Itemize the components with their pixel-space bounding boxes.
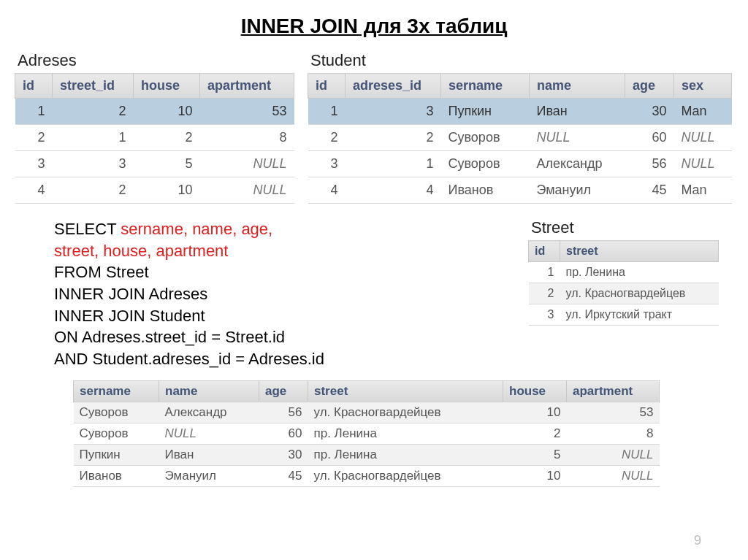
table-cell: 3 [529,304,560,326]
table-cell: Суворов [441,151,530,177]
table-cell: Эмануил [530,177,625,204]
result-table: sername name age street house apartment … [73,380,660,487]
table-cell: 53 [567,402,660,423]
table-cell: 10 [503,465,567,486]
street-block: Street id street 1пр. Ленина2ул. Красног… [528,218,719,326]
table-cell: 56 [259,402,308,423]
page-number: 9 [694,533,701,548]
th: age [625,74,674,99]
result-tbody: СуворовАлександр56ул. Красногвардейцев10… [74,402,660,486]
table-cell: 8 [567,423,660,444]
adreses-label: Adreses [15,51,294,70]
table-cell: 10 [134,99,200,125]
table-cell: 30 [625,99,674,125]
th: sername [441,74,530,99]
top-tables-row: Adreses id street_id house apartment 121… [15,51,733,204]
table-cell: Пупкин [441,99,530,125]
table-cell: NULL [674,125,732,151]
sql-line: ON Adreses.street_id = Street.id [54,326,324,348]
table-cell: Александр [530,151,625,177]
adreses-table: id street_id house apartment 12105321283… [15,73,294,204]
table-cell: NULL [530,125,625,151]
table-cell: Man [674,177,732,204]
street-tbody: 1пр. Ленина2ул. Красногвардейцев3ул. Ирк… [529,262,719,326]
table-cell: 60 [259,423,308,444]
table-cell: пр. Ленина [308,444,503,465]
table-cell: 1 [15,99,53,125]
table-row: 44ИвановЭмануил45Man [308,177,732,204]
table-cell: 2 [529,283,560,304]
th: sername [74,380,159,402]
sql-line: AND Student.adreses_id = Adreses.id [54,348,324,370]
sql-line: FROM Street [54,261,324,283]
table-row: 1пр. Ленина [529,262,719,283]
sql-cols: sername, name, age, [121,220,272,238]
table-cell: 45 [625,177,674,204]
table-cell: 2 [308,125,346,151]
table-cell: 4 [346,177,441,204]
table-cell: Александр [159,402,259,423]
table-cell: Суворов [74,423,159,444]
th: id [308,74,346,99]
table-cell: ул. Красногвардейцев [308,465,503,486]
table-cell: 1 [529,262,560,283]
th: street [560,241,719,262]
sql-line: INNER JOIN Adreses [54,283,324,305]
adreses-tbody: 1210532128335NULL4210NULL [15,99,294,204]
table-cell: 1 [346,151,441,177]
table-cell: 3 [346,99,441,125]
table-row: ПупкинИван30пр. Ленина5NULL [74,444,660,465]
th: apartment [567,380,660,402]
th: id [529,241,560,262]
table-cell: ул. Иркутский тракт [560,304,719,326]
table-cell: 2 [346,125,441,151]
page-title: INNER JOIN для 3х таблиц [15,15,733,38]
table-cell: 1 [53,125,134,151]
sql-line: street, house, apartment [54,240,324,262]
table-cell: 2 [503,423,567,444]
table-cell: 2 [134,125,200,151]
mid-row: SELECT sername, name, age, street, house… [15,218,733,370]
th: age [259,380,308,402]
table-row: 4210NULL [15,177,294,204]
th: house [503,380,567,402]
table-cell: NULL [674,151,732,177]
table-row: ИвановЭмануил45ул. Красногвардейцев10NUL… [74,465,660,486]
th: id [15,74,53,99]
table-cell: 10 [134,177,200,204]
th: street_id [53,74,134,99]
table-row: 3ул. Иркутский тракт [529,304,719,326]
table-cell: 5 [134,151,200,177]
table-row: 121053 [15,99,294,125]
table-cell: 2 [15,125,53,151]
street-label: Street [528,218,719,237]
th: name [530,74,625,99]
table-row: СуворовNULL60пр. Ленина28 [74,423,660,444]
table-row: СуворовАлександр56ул. Красногвардейцев10… [74,402,660,423]
table-cell: 60 [625,125,674,151]
th: apartment [200,74,294,99]
th: adreses_id [346,74,441,99]
table-cell: Суворов [74,402,159,423]
table-cell: Эмануил [159,465,259,486]
sql-line: INNER JOIN Student [54,305,324,327]
table-cell: 53 [200,99,294,125]
student-block: Student id adreses_id sername name age s… [308,51,732,204]
table-cell: 1 [308,99,346,125]
table-row: 13ПупкинИван30Man [308,99,732,125]
table-cell: 10 [503,402,567,423]
table-row: 2128 [15,125,294,151]
table-cell: 2 [53,99,134,125]
adreses-block: Adreses id street_id house apartment 121… [15,51,294,204]
table-cell: 4 [308,177,346,204]
sql-kw: SELECT [54,220,121,238]
table-cell: Иван [530,99,625,125]
table-cell: пр. Ленина [560,262,719,283]
table-cell: Пупкин [74,444,159,465]
th: house [134,74,200,99]
table-row: 31СуворовАлександр56NULL [308,151,732,177]
student-tbody: 13ПупкинИван30Man22СуворовNULL60NULL31Су… [308,99,732,204]
table-cell: 5 [503,444,567,465]
table-cell: NULL [200,177,294,204]
table-cell: 3 [308,151,346,177]
